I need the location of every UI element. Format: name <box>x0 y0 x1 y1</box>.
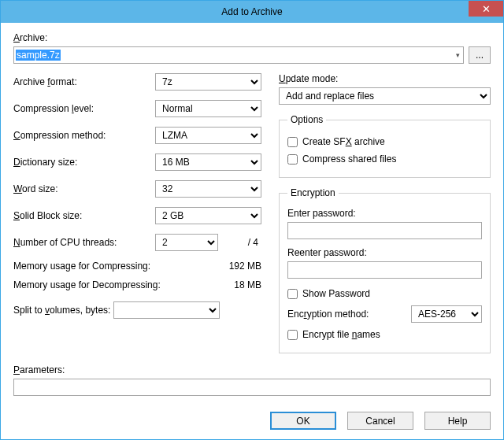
show-password-label: Show Password <box>302 288 370 299</box>
method-label: Compression method: <box>13 130 155 141</box>
dialog-title: Add to Archive <box>221 6 282 17</box>
threads-select[interactable]: 2 <box>155 234 218 251</box>
mem-decompress-value: 18 MB <box>209 279 261 290</box>
parameters-section: Parameters: <box>13 364 491 396</box>
archive-combobox[interactable]: sample.7z ▾ <box>13 46 464 64</box>
options-fieldset: Options Create SFX archive Compress shar… <box>279 114 491 178</box>
mem-decompress-label: Memory usage for Decompressing: <box>13 279 209 290</box>
ok-button[interactable]: OK <box>270 412 336 430</box>
block-label: Solid Block size: <box>13 210 155 221</box>
archive-value: sample.7z <box>16 50 61 61</box>
reenter-password-label: Reenter password: <box>287 247 482 258</box>
update-select[interactable]: Add and replace files <box>279 87 491 105</box>
dictionary-label: Dictionary size: <box>13 157 155 168</box>
close-icon: ✕ <box>482 3 491 15</box>
create-sfx-label: Create SFX archive <box>302 136 385 147</box>
method-select[interactable]: LZMA <box>155 127 261 144</box>
update-label: Update mode: <box>279 73 338 84</box>
enc-method-label: Encryption method: <box>287 309 405 320</box>
word-select[interactable]: 32 <box>155 180 261 198</box>
split-label: Split to volumes, bytes: <box>13 305 110 316</box>
parameters-input[interactable] <box>13 379 491 396</box>
chevron-down-icon: ▾ <box>456 51 460 59</box>
format-label: Archive format: <box>13 76 155 87</box>
threads-label: Number of CPU threads: <box>13 237 155 248</box>
level-label: Compression level: <box>13 103 155 114</box>
archive-label: Archive: <box>13 32 491 43</box>
help-button[interactable]: Help <box>424 412 491 430</box>
dialog-buttons: OK Cancel Help <box>1 402 503 439</box>
create-sfx-checkbox[interactable] <box>287 137 298 147</box>
dictionary-select[interactable]: 16 MB <box>155 153 261 171</box>
mem-compress-label: Memory usage for Compressing: <box>13 261 209 272</box>
cancel-button[interactable]: Cancel <box>347 412 413 430</box>
reenter-password-input[interactable] <box>287 261 482 279</box>
threads-max: / 4 <box>223 237 261 248</box>
parameters-label: Parameters: <box>13 364 491 375</box>
options-legend: Options <box>287 114 326 125</box>
format-select[interactable]: 7z <box>155 73 261 91</box>
enc-method-select[interactable]: AES-256 <box>411 305 482 323</box>
dialog-window: Add to Archive ✕ Archive: sample.7z ▾ ..… <box>0 0 504 440</box>
word-label: Word size: <box>13 183 155 194</box>
split-select[interactable] <box>113 301 220 319</box>
block-select[interactable]: 2 GB <box>155 207 261 224</box>
title-bar: Add to Archive ✕ <box>1 1 503 23</box>
mem-compress-value: 192 MB <box>209 261 261 272</box>
dialog-content: Archive: sample.7z ▾ ... Archive format:… <box>1 23 503 402</box>
left-column: Archive format: 7z Compression level: No… <box>13 73 261 363</box>
enter-password-label: Enter password: <box>287 208 482 219</box>
show-password-checkbox[interactable] <box>287 289 298 299</box>
encryption-legend: Encryption <box>287 187 339 198</box>
compress-shared-checkbox[interactable] <box>287 154 298 165</box>
archive-row: Archive: sample.7z ▾ ... <box>13 32 491 64</box>
encrypt-names-label: Encrypt file names <box>302 329 380 340</box>
browse-button[interactable]: ... <box>469 46 491 64</box>
encrypt-names-checkbox[interactable] <box>287 330 298 340</box>
close-button[interactable]: ✕ <box>469 1 503 17</box>
level-select[interactable]: Normal <box>155 100 261 117</box>
right-column: Update mode: Add and replace files Optio… <box>279 73 491 363</box>
enter-password-input[interactable] <box>287 222 482 239</box>
encryption-fieldset: Encryption Enter password: Reenter passw… <box>279 187 491 353</box>
compress-shared-label: Compress shared files <box>302 153 396 165</box>
